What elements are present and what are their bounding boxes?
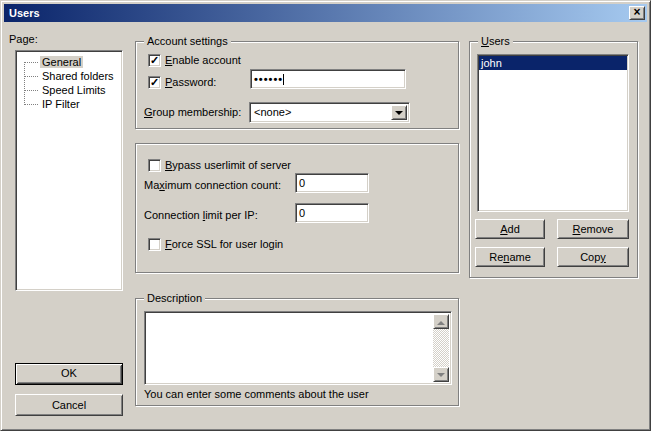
group-title-account-settings: Account settings xyxy=(144,34,231,48)
scroll-down-button[interactable] xyxy=(433,367,449,382)
group-membership-label: Group membership: xyxy=(144,106,241,119)
tree-item-ip-filter[interactable]: IP Filter xyxy=(16,97,122,111)
scroll-down-icon xyxy=(437,373,445,381)
user-list-item[interactable]: john xyxy=(479,56,627,70)
checkmark-icon: ✓ xyxy=(150,76,159,88)
add-button[interactable]: Add xyxy=(475,219,545,239)
connection-limit-per-ip-label: Connection limit per IP: xyxy=(144,209,258,222)
text-caret xyxy=(283,74,284,85)
groupbox-users: Users john Add Remove Rename Copy xyxy=(469,41,638,278)
users-listbox[interactable]: john xyxy=(477,54,629,212)
remove-button[interactable]: Remove xyxy=(557,219,629,239)
group-title-users: Users xyxy=(478,34,513,48)
close-icon: × xyxy=(633,5,640,19)
group-membership-dropdown[interactable]: <none> xyxy=(249,102,410,123)
titlebar[interactable]: Users × xyxy=(4,4,647,22)
page-label: Page: xyxy=(9,33,38,46)
password-label[interactable]: Password: xyxy=(165,76,216,89)
password-checkbox[interactable]: ✓ xyxy=(148,76,161,89)
bypass-userlimit-label[interactable]: Bypass userlimit of server xyxy=(165,159,291,172)
cancel-button[interactable]: Cancel xyxy=(15,394,123,416)
ok-button[interactable]: OK xyxy=(15,363,123,385)
groupbox-account-settings: Account settings ✓ Enable account ✓ Pass… xyxy=(135,41,459,129)
scroll-up-icon xyxy=(437,317,445,325)
bypass-userlimit-checkbox[interactable] xyxy=(148,159,161,172)
password-input[interactable]: •••••• xyxy=(250,69,406,89)
tree-item-general[interactable]: General xyxy=(16,55,122,69)
force-ssl-checkbox[interactable] xyxy=(148,238,161,251)
users-dialog-window: Users × Page: General Shared folders Spe… xyxy=(0,0,651,431)
tree-item-speed-limits[interactable]: Speed Limits xyxy=(16,83,122,97)
groupbox-description: Description You can enter some comments … xyxy=(135,298,459,406)
rename-button[interactable]: Rename xyxy=(475,247,545,267)
tree-item-shared-folders[interactable]: Shared folders xyxy=(16,69,122,83)
chevron-down-icon xyxy=(395,111,403,119)
connection-limit-per-ip-input[interactable]: 0 xyxy=(295,203,369,223)
description-hint: You can enter some comments about the us… xyxy=(144,388,369,401)
dropdown-arrow-button[interactable] xyxy=(391,105,407,120)
window-title: Users xyxy=(9,7,40,19)
groupbox-connection-settings: Bypass userlimit of server Maximum conne… xyxy=(135,143,459,273)
max-connection-count-input[interactable]: 0 xyxy=(295,173,369,193)
description-textarea[interactable] xyxy=(144,311,452,385)
scroll-up-button[interactable] xyxy=(433,314,449,329)
checkmark-icon: ✓ xyxy=(150,54,159,66)
close-button[interactable]: × xyxy=(629,6,645,20)
enable-account-checkbox[interactable]: ✓ xyxy=(148,54,161,67)
max-connection-count-label: Maximum connection count: xyxy=(144,179,281,192)
copy-button[interactable]: Copy xyxy=(557,247,629,267)
group-membership-value: <none> xyxy=(250,103,409,122)
description-scrollbar[interactable] xyxy=(433,314,449,382)
force-ssl-label[interactable]: Force SSL for user login xyxy=(165,238,283,251)
enable-account-label[interactable]: Enable account xyxy=(165,54,241,67)
group-title-description: Description xyxy=(144,291,205,305)
page-tree[interactable]: General Shared folders Speed Limits IP F… xyxy=(15,50,123,291)
